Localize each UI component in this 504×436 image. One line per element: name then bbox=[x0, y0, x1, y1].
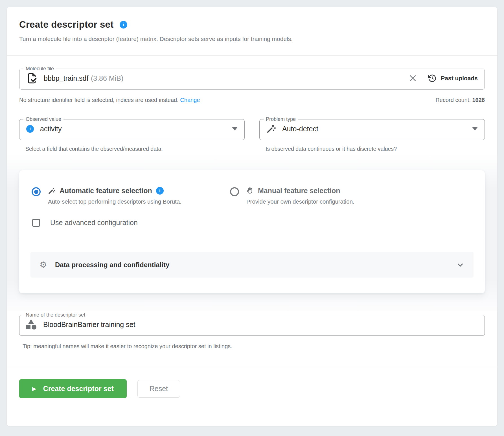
past-uploads-button[interactable]: Past uploads bbox=[428, 74, 478, 83]
page-title: Create descriptor set bbox=[19, 19, 113, 30]
descriptor-name-label: Name of the descriptor set bbox=[23, 312, 87, 318]
problem-type-select[interactable]: Problem type Auto-detect bbox=[259, 116, 485, 140]
observed-value-value: activity bbox=[40, 125, 62, 133]
automatic-option-title: Automatic feature selection bbox=[60, 187, 152, 195]
observed-value-info-icon[interactable]: i bbox=[26, 125, 34, 133]
advanced-configuration-toggle[interactable]: Use advanced configuration bbox=[19, 205, 485, 238]
observed-value-block: Observed value i activity Select a field… bbox=[19, 116, 245, 152]
manual-option-title: Manual feature selection bbox=[258, 187, 340, 195]
advanced-configuration-label: Use advanced configuration bbox=[50, 219, 138, 227]
molecule-file-label: Molecule file bbox=[23, 66, 56, 72]
observed-value-select[interactable]: Observed value i activity bbox=[19, 116, 245, 140]
descriptor-name-field[interactable]: Name of the descriptor set bbox=[19, 312, 485, 336]
identifier-note-text: No structure identifier field is selecte… bbox=[19, 97, 179, 103]
page-header: Create descriptor set i Turn a molecule … bbox=[7, 7, 497, 56]
past-uploads-label: Past uploads bbox=[441, 75, 478, 82]
chevron-down-icon bbox=[456, 261, 464, 269]
hand-icon bbox=[246, 187, 254, 195]
data-processing-label: Data processing and confidentiality bbox=[55, 261, 169, 269]
problem-type-label: Problem type bbox=[264, 116, 298, 122]
file-size: (3.86 MiB) bbox=[91, 74, 123, 82]
record-count: Record count: 1628 bbox=[435, 97, 485, 103]
magic-wand-icon bbox=[48, 187, 56, 195]
create-button-label: Create descriptor set bbox=[43, 385, 114, 393]
gear-icon: ⚙ bbox=[40, 261, 47, 269]
selected-file: bbbp_train.sdf (3.86 MiB) bbox=[44, 74, 123, 82]
observed-value-helper: Select a field that contains the observe… bbox=[19, 146, 245, 152]
feature-selection-card: Automatic feature selection i Auto-selec… bbox=[19, 170, 485, 293]
history-icon bbox=[428, 74, 437, 83]
feature-selection-zone: Automatic feature selection i Auto-selec… bbox=[7, 154, 497, 311]
data-processing-accordion[interactable]: ⚙ Data processing and confidentiality bbox=[30, 252, 474, 278]
create-descriptor-set-card: Create descriptor set i Turn a molecule … bbox=[7, 7, 497, 426]
automatic-info-icon[interactable]: i bbox=[156, 187, 164, 195]
magic-wand-icon bbox=[266, 124, 276, 134]
automatic-option-description: Auto-select top performing descriptors u… bbox=[48, 198, 181, 205]
actions-row: ▶ Create descriptor set Reset bbox=[7, 366, 497, 398]
chevron-down-icon bbox=[232, 127, 238, 130]
page-subtitle: Turn a molecule file into a descriptor (… bbox=[19, 36, 485, 42]
chevron-down-icon bbox=[472, 127, 478, 130]
create-descriptor-set-button[interactable]: ▶ Create descriptor set bbox=[19, 379, 127, 398]
descriptor-name-section: Name of the descriptor set Tip: meaningf… bbox=[7, 311, 497, 350]
file-check-icon bbox=[26, 73, 38, 84]
molecule-file-field[interactable]: Molecule file bbbp_train.sdf (3.86 MiB) bbox=[19, 66, 485, 90]
descriptor-name-tip: Tip: meaningful names will make it easie… bbox=[19, 343, 485, 350]
close-icon bbox=[409, 74, 417, 82]
descriptor-name-input[interactable] bbox=[43, 321, 478, 329]
manual-option-description: Provide your own descriptor configuratio… bbox=[246, 198, 354, 205]
title-info-icon[interactable]: i bbox=[120, 21, 127, 29]
advanced-configuration-checkbox[interactable] bbox=[32, 219, 40, 227]
change-identifier-link[interactable]: Change bbox=[180, 97, 200, 103]
problem-type-value: Auto-detect bbox=[282, 125, 318, 133]
record-count-label: Record count: bbox=[435, 97, 472, 103]
problem-type-helper: Is observed data continuous or it has di… bbox=[259, 146, 485, 152]
shapes-icon bbox=[26, 319, 37, 330]
file-name: bbbp_train.sdf bbox=[44, 74, 88, 82]
observed-value-label: Observed value bbox=[23, 116, 63, 122]
identifier-note: No structure identifier field is selecte… bbox=[19, 97, 200, 103]
reset-button[interactable]: Reset bbox=[137, 380, 180, 398]
record-count-value: 1628 bbox=[472, 97, 485, 103]
manual-radio[interactable] bbox=[230, 187, 239, 196]
play-icon: ▶ bbox=[32, 386, 36, 391]
problem-type-block: Problem type Auto-detect Is observed dat… bbox=[259, 116, 485, 152]
manual-feature-option[interactable]: Manual feature selection Provide your ow… bbox=[230, 187, 472, 205]
automatic-radio[interactable] bbox=[32, 187, 41, 196]
molecule-file-section: Molecule file bbbp_train.sdf (3.86 MiB) bbox=[7, 56, 497, 152]
automatic-feature-option[interactable]: Automatic feature selection i Auto-selec… bbox=[32, 187, 230, 205]
clear-file-button[interactable] bbox=[409, 74, 417, 82]
